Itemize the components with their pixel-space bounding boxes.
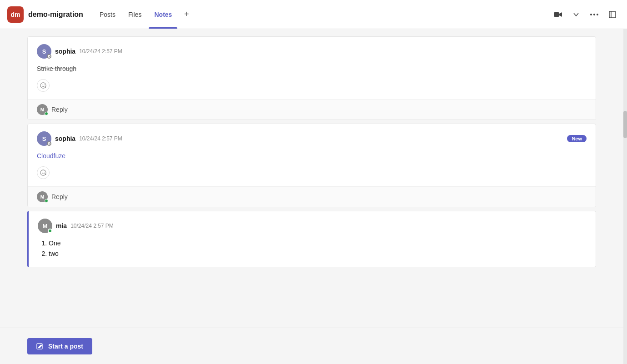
- app-title: demo-migration: [28, 10, 83, 19]
- header: dm demo-migration Posts Files Notes +: [0, 0, 627, 29]
- ordered-list: One two: [38, 239, 587, 259]
- svg-point-2: [590, 14, 592, 15]
- reply-status-dot: [45, 199, 48, 203]
- author-name: sophia: [55, 135, 75, 142]
- video-call-button[interactable]: [551, 7, 565, 22]
- post-timestamp: 10/24/24 2:57 PM: [79, 48, 122, 55]
- svg-point-8: [42, 85, 42, 85]
- cloudfuze-link[interactable]: Cloudfuze: [37, 152, 65, 160]
- status-indicator: ✕: [47, 141, 51, 146]
- scrollbar-track[interactable]: [623, 29, 627, 364]
- reply-row: M Reply: [28, 186, 596, 207]
- add-reaction-button[interactable]: [37, 79, 50, 92]
- scrollbar-thumb[interactable]: [623, 111, 627, 138]
- post-content: Strike through: [37, 62, 587, 77]
- author-name: sophia: [55, 48, 75, 55]
- list-item: two: [49, 249, 587, 259]
- expand-button[interactable]: [605, 7, 620, 22]
- svg-point-13: [42, 172, 42, 172]
- add-reaction-button[interactable]: [37, 166, 50, 179]
- svg-point-14: [44, 172, 44, 172]
- svg-point-3: [593, 14, 595, 15]
- main-content: S ✕ sophia 10/24/24 2:57 PM Strike throu…: [0, 29, 627, 364]
- video-icon: [554, 11, 562, 18]
- avatar: M: [38, 219, 52, 233]
- post-content: Cloudfuze: [37, 150, 587, 165]
- author-name: mia: [56, 222, 67, 229]
- reply-status-dot: [45, 112, 48, 115]
- svg-point-12: [40, 170, 46, 175]
- emoji-add-icon: [40, 82, 46, 89]
- posts-feed: S ✕ sophia 10/24/24 2:57 PM Strike throu…: [0, 29, 623, 364]
- add-tab-button[interactable]: +: [179, 7, 194, 22]
- svg-point-4: [597, 14, 598, 15]
- tab-files[interactable]: Files: [123, 0, 147, 29]
- post-header: S ✕ sophia 10/24/24 2:57 PM: [37, 44, 587, 59]
- svg-rect-5: [609, 11, 616, 18]
- avatar: S ✕: [37, 131, 51, 146]
- status-indicator: ✕: [47, 54, 51, 59]
- svg-marker-1: [559, 12, 562, 17]
- reply-button[interactable]: Reply: [51, 193, 68, 200]
- post-timestamp: 10/24/24 2:57 PM: [70, 223, 114, 229]
- post-header: M mia 10/24/24 2:57 PM: [38, 219, 587, 233]
- svg-point-7: [40, 83, 46, 88]
- tab-notes[interactable]: Notes: [149, 0, 177, 29]
- app-icon: dm: [7, 6, 24, 23]
- start-post-icon: [36, 343, 43, 349]
- svg-rect-0: [554, 12, 559, 17]
- bottom-bar: Start a post: [0, 328, 623, 364]
- post-timestamp: 10/24/24 2:57 PM: [79, 135, 122, 142]
- post-card: M mia 10/24/24 2:57 PM One two: [27, 211, 596, 267]
- post-card: S ✕ sophia 10/24/24 2:57 PM Strike throu…: [27, 36, 596, 120]
- chevron-down-button[interactable]: [569, 7, 583, 22]
- reply-avatar: M: [37, 191, 48, 202]
- start-post-button[interactable]: Start a post: [27, 338, 92, 354]
- nav-tabs: Posts Files Notes +: [94, 0, 194, 29]
- status-indicator: [48, 229, 52, 233]
- start-post-label: Start a post: [48, 343, 83, 350]
- ellipsis-icon: [590, 14, 598, 15]
- post-body: M mia 10/24/24 2:57 PM One two: [29, 211, 596, 267]
- post-card: S ✕ sophia 10/24/24 2:57 PM New Cloudfuz…: [27, 124, 596, 207]
- avatar: S ✕: [37, 44, 51, 59]
- chevron-down-icon: [573, 13, 579, 16]
- reply-row: M Reply: [28, 99, 596, 120]
- emoji-add-icon: [40, 170, 46, 176]
- tab-posts[interactable]: Posts: [94, 0, 121, 29]
- header-right: [551, 7, 620, 22]
- post-header: S ✕ sophia 10/24/24 2:57 PM New: [37, 131, 587, 146]
- new-badge: New: [567, 135, 587, 142]
- list-item: One: [49, 239, 587, 248]
- post-body: S ✕ sophia 10/24/24 2:57 PM Strike throu…: [28, 37, 596, 99]
- more-options-button[interactable]: [587, 7, 602, 22]
- reply-avatar: M: [37, 104, 48, 115]
- svg-point-9: [44, 85, 44, 85]
- post-content: One two: [38, 237, 587, 263]
- expand-icon: [609, 11, 616, 18]
- reply-button[interactable]: Reply: [51, 106, 68, 113]
- post-body: S ✕ sophia 10/24/24 2:57 PM New Cloudfuz…: [28, 124, 596, 186]
